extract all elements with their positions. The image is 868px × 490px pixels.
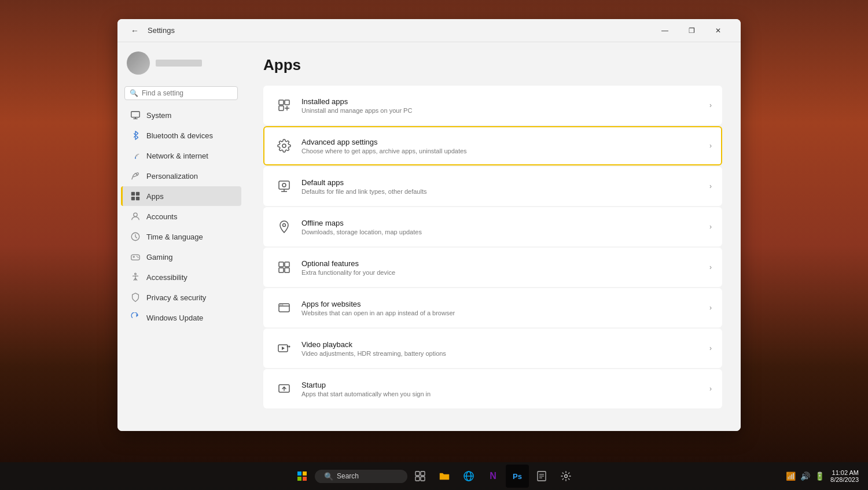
taskbar-notepad-icon[interactable] bbox=[530, 465, 553, 488]
svg-rect-28 bbox=[279, 262, 284, 267]
page-title: Apps bbox=[263, 56, 722, 74]
advanced-app-settings-item[interactable]: Advanced app settings Choose where to ge… bbox=[263, 126, 722, 165]
sys-tray-icons: 📶 🔊 🔋 bbox=[785, 470, 826, 482]
sidebar-label-bluetooth: Bluetooth & devices bbox=[146, 131, 213, 140]
offline-maps-item[interactable]: Offline maps Downloads, storage location… bbox=[263, 207, 722, 246]
network-icon bbox=[130, 150, 141, 161]
sidebar-item-system[interactable]: System bbox=[121, 105, 241, 125]
svg-rect-7 bbox=[131, 197, 135, 200]
svg-point-35 bbox=[282, 304, 284, 305]
apps-for-websites-chevron: › bbox=[709, 304, 712, 312]
svg-point-9 bbox=[134, 213, 137, 216]
video-playback-chevron: › bbox=[709, 344, 712, 352]
time-icon bbox=[130, 231, 141, 242]
accounts-icon bbox=[130, 211, 141, 222]
default-apps-text: Default apps Defaults for file and link … bbox=[301, 178, 709, 195]
sidebar-label-network: Network & internet bbox=[146, 152, 208, 160]
installed-apps-item[interactable]: Installed apps Uninstall and manage apps… bbox=[263, 86, 722, 125]
svg-point-14 bbox=[137, 256, 138, 257]
back-button[interactable]: ← bbox=[127, 23, 143, 39]
window-title: Settings bbox=[148, 26, 175, 35]
apps-for-websites-icon bbox=[274, 297, 295, 318]
optional-features-text: Optional features Extra functionality fo… bbox=[301, 259, 709, 276]
svg-point-26 bbox=[282, 183, 286, 187]
settings-search-input[interactable] bbox=[142, 89, 233, 97]
battery-icon[interactable]: 🔋 bbox=[814, 470, 826, 482]
sidebar-item-accounts[interactable]: Accounts bbox=[121, 207, 241, 226]
search-icon: 🔍 bbox=[130, 89, 138, 97]
sidebar-item-privacy[interactable]: Privacy & security bbox=[121, 288, 241, 307]
system-icon bbox=[130, 110, 141, 120]
svg-rect-5 bbox=[131, 192, 135, 196]
user-profile bbox=[117, 47, 245, 84]
sidebar-item-time[interactable]: Time & language bbox=[121, 227, 241, 246]
wifi-icon[interactable]: 📶 bbox=[785, 470, 797, 482]
sidebar-item-personalization[interactable]: Personalization bbox=[121, 166, 241, 186]
advanced-app-settings-title: Advanced app settings bbox=[301, 138, 709, 146]
apps-icon bbox=[130, 191, 141, 201]
window-body: 🔍 System bbox=[117, 42, 741, 431]
optional-features-chevron: › bbox=[709, 263, 712, 271]
apps-for-websites-item[interactable]: Apps for websites Websites that can open… bbox=[263, 288, 722, 327]
sidebar-item-accessibility[interactable]: Accessibility bbox=[121, 267, 241, 287]
settings-search[interactable]: 🔍 bbox=[124, 86, 238, 100]
taskbar-folder-icon[interactable] bbox=[433, 465, 456, 488]
startup-icon bbox=[274, 378, 295, 399]
default-apps-chevron: › bbox=[709, 182, 712, 190]
startup-item[interactable]: Startup Apps that start automatically wh… bbox=[263, 369, 722, 408]
video-playback-item[interactable]: Video playback Video adjustments, HDR st… bbox=[263, 329, 722, 368]
optional-features-icon bbox=[274, 257, 295, 278]
svg-point-16 bbox=[135, 273, 137, 275]
svg-point-34 bbox=[281, 304, 282, 305]
offline-maps-icon bbox=[274, 216, 295, 237]
sidebar-label-privacy: Privacy & security bbox=[146, 293, 206, 302]
default-apps-desc: Defaults for file and link types, other … bbox=[301, 188, 709, 195]
sidebar-label-apps: Apps bbox=[146, 192, 164, 201]
minimize-button[interactable]: — bbox=[652, 21, 678, 40]
video-playback-desc: Video adjustments, HDR streaming, batter… bbox=[301, 350, 709, 357]
offline-maps-text: Offline maps Downloads, storage location… bbox=[301, 219, 709, 235]
close-button[interactable]: ✕ bbox=[705, 21, 731, 40]
taskbar-search-icon: 🔍 bbox=[324, 472, 333, 481]
default-apps-icon bbox=[274, 176, 295, 197]
taskbar-onenote-icon[interactable]: N bbox=[481, 465, 505, 488]
start-button[interactable] bbox=[290, 465, 314, 488]
svg-rect-46 bbox=[415, 471, 420, 476]
startup-title: Startup bbox=[301, 381, 709, 389]
apps-for-websites-desc: Websites that can open in an app instead… bbox=[301, 310, 709, 316]
taskbar-settings-icon[interactable] bbox=[554, 465, 578, 488]
svg-rect-31 bbox=[285, 268, 289, 272]
gaming-icon bbox=[130, 252, 141, 262]
installed-apps-chevron: › bbox=[709, 101, 712, 109]
svg-point-22 bbox=[282, 144, 286, 148]
maximize-button[interactable]: ❐ bbox=[678, 21, 705, 40]
svg-rect-8 bbox=[136, 197, 139, 200]
sidebar-item-update[interactable]: Windows Update bbox=[121, 308, 241, 327]
sidebar-item-bluetooth[interactable]: Bluetooth & devices bbox=[121, 126, 241, 145]
nav-list: System Bluetooth & devices bbox=[117, 105, 245, 328]
task-view-button[interactable] bbox=[409, 465, 432, 488]
volume-icon[interactable]: 🔊 bbox=[799, 470, 811, 482]
taskbar-browser-icon[interactable] bbox=[457, 465, 480, 488]
sidebar-item-gaming[interactable]: Gaming bbox=[121, 247, 241, 267]
startup-chevron: › bbox=[709, 385, 712, 393]
clock[interactable]: 11:02 AM 8/28/2023 bbox=[830, 469, 859, 483]
window-controls: — ❐ ✕ bbox=[652, 21, 731, 40]
video-playback-icon bbox=[274, 338, 295, 359]
video-playback-text: Video playback Video adjustments, HDR st… bbox=[301, 340, 709, 357]
sidebar-item-apps[interactable]: Apps bbox=[121, 186, 241, 206]
default-apps-item[interactable]: Default apps Defaults for file and link … bbox=[263, 167, 722, 206]
taskbar-photoshop-icon[interactable]: Ps bbox=[506, 465, 529, 488]
taskbar-center: 🔍 Search N Ps bbox=[290, 465, 578, 488]
startup-desc: Apps that start automatically when you s… bbox=[301, 390, 709, 397]
taskbar-search-box[interactable]: 🔍 Search bbox=[315, 470, 407, 483]
optional-features-desc: Extra functionality for your device bbox=[301, 269, 709, 276]
sidebar-label-time: Time & language bbox=[146, 233, 203, 241]
offline-maps-title: Offline maps bbox=[301, 219, 709, 227]
default-apps-title: Default apps bbox=[301, 178, 709, 187]
sidebar-item-network[interactable]: Network & internet bbox=[121, 146, 241, 165]
advanced-app-settings-chevron: › bbox=[709, 142, 712, 150]
system-tray: 📶 🔊 🔋 11:02 AM 8/28/2023 bbox=[785, 469, 859, 483]
optional-features-item[interactable]: Optional features Extra functionality fo… bbox=[263, 248, 722, 287]
advanced-app-settings-icon bbox=[274, 135, 295, 156]
